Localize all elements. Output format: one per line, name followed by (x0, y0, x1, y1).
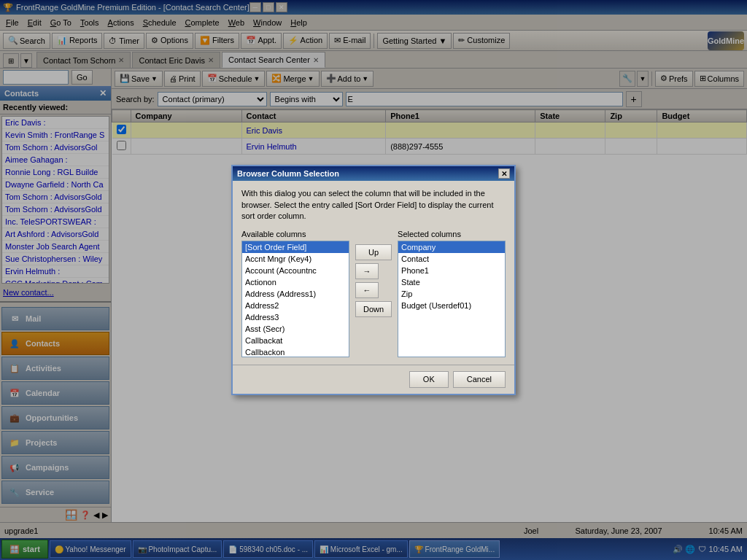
up-button[interactable]: Up (355, 244, 392, 260)
cancel-button[interactable]: Cancel (453, 371, 506, 388)
list-item[interactable]: Budget (Userdef01) (398, 300, 505, 311)
list-item[interactable]: Address (Address1) (242, 288, 349, 300)
selected-label: Selected columns (398, 230, 506, 238)
down-button[interactable]: Down (355, 301, 392, 317)
list-item[interactable]: Actionon (242, 276, 349, 288)
modal-titlebar: Browser Column Selection ✕ (233, 166, 514, 181)
ok-button[interactable]: OK (409, 371, 449, 388)
add-column-btn[interactable]: → (355, 263, 379, 279)
list-item[interactable]: Zip (398, 288, 505, 300)
selected-listbox[interactable]: Company Contact Phone1 State Zip Budget … (398, 241, 506, 357)
list-item[interactable]: Company (398, 241, 505, 253)
list-item[interactable]: State (398, 276, 505, 288)
list-item[interactable]: Contact (398, 253, 505, 265)
list-item[interactable]: Address3 (242, 311, 349, 323)
column-transfer-buttons: Up → ← Down (355, 230, 392, 317)
modal-overlay: Browser Column Selection ✕ With this dia… (0, 0, 747, 560)
selected-columns-section: Selected columns Company Contact Phone1 … (398, 230, 506, 357)
list-item[interactable]: [Sort Order Field] (242, 241, 349, 253)
modal-dialog: Browser Column Selection ✕ With this dia… (231, 165, 516, 394)
modal-columns: Available columns [Sort Order Field] Acc… (241, 230, 506, 357)
available-label: Available columns (241, 230, 349, 238)
modal-footer: OK Cancel (233, 365, 514, 394)
remove-column-btn[interactable]: ← (355, 282, 379, 298)
list-item[interactable]: Address2 (242, 300, 349, 311)
modal-title: Browser Column Selection (237, 169, 339, 178)
modal-close-btn[interactable]: ✕ (498, 168, 510, 179)
list-item[interactable]: Callbackon (242, 346, 349, 357)
list-item[interactable]: Accnt Mngr (Key4) (242, 253, 349, 265)
list-item[interactable]: Phone1 (398, 265, 505, 276)
available-columns-section: Available columns [Sort Order Field] Acc… (241, 230, 349, 357)
available-listbox[interactable]: [Sort Order Field] Accnt Mngr (Key4) Acc… (241, 241, 349, 357)
list-item[interactable]: Account (Accountnc (242, 265, 349, 276)
modal-body: With this dialog you can select the colu… (233, 181, 514, 364)
list-item[interactable]: Asst (Secr) (242, 323, 349, 335)
modal-description: With this dialog you can select the colu… (241, 188, 506, 222)
list-item[interactable]: Callbackat (242, 335, 349, 346)
